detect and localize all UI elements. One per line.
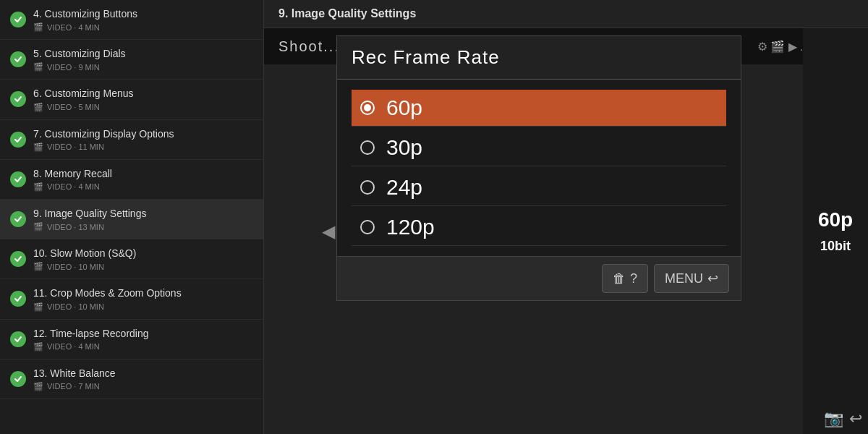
lesson-item-7[interactable]: 7. Customizing Display Options🎬VIDEO · 1… — [0, 120, 263, 160]
lesson-title-12: 12. Time-lapse Recording — [33, 327, 253, 340]
lesson-text-10: 10. Slow Motion (S&Q)🎬VIDEO · 10 MIN — [33, 247, 253, 271]
dialog-option-120p[interactable]: 120p — [352, 209, 726, 246]
lesson-meta-6: 🎬VIDEO · 5 MIN — [33, 103, 253, 112]
radio-btn-60p — [360, 101, 375, 115]
lesson-duration-7: VIDEO · 11 MIN — [47, 142, 104, 151]
lesson-text-13: 13. White Balance🎬VIDEO · 7 MIN — [33, 367, 253, 391]
trash-help-button[interactable]: 🗑 ? — [602, 264, 648, 293]
video-icon-11: 🎬 — [33, 302, 43, 312]
lesson-duration-8: VIDEO · 4 MIN — [47, 182, 100, 191]
check-circle-8 — [10, 171, 26, 187]
dialog-option-60p[interactable]: 60p — [352, 90, 726, 127]
shoot-text: Shoot... — [278, 38, 340, 55]
trash-icon: 🗑 — [613, 271, 626, 286]
lesson-item-13[interactable]: 13. White Balance🎬VIDEO · 7 MIN — [0, 359, 263, 399]
check-circle-11 — [10, 291, 26, 307]
option-label-120p: 120p — [386, 215, 435, 239]
lesson-meta-4: 🎬VIDEO · 4 MIN — [33, 22, 253, 32]
video-icon-13: 🎬 — [33, 382, 43, 391]
lesson-text-5: 5. Customizing Dials🎬VIDEO · 9 MIN — [33, 47, 253, 72]
camera-right-panel: 60p 10bit — [803, 28, 868, 434]
check-circle-12 — [10, 331, 26, 347]
dialog-bottom-bar: 🗑 ? MENU ↩ — [337, 256, 741, 300]
lesson-duration-13: VIDEO · 7 MIN — [47, 382, 100, 391]
video-icon-4: 🎬 — [33, 22, 43, 32]
lesson-text-7: 7. Customizing Display Options🎬VIDEO · 1… — [33, 127, 253, 152]
lesson-title-10: 10. Slow Motion (S&Q) — [33, 247, 253, 260]
dialog-option-30p[interactable]: 30p — [352, 129, 726, 166]
lesson-duration-10: VIDEO · 10 MIN — [47, 263, 104, 271]
video-icon-7: 🎬 — [33, 142, 43, 152]
lesson-item-6[interactable]: 6. Customizing Menus🎬VIDEO · 5 MIN — [0, 80, 263, 119]
video-icon-5: 🎬 — [33, 62, 43, 72]
option-label-30p: 30p — [386, 135, 422, 160]
lesson-meta-5: 🎬VIDEO · 9 MIN — [33, 62, 253, 72]
video-icon-6: 🎬 — [33, 103, 43, 112]
lesson-item-9[interactable]: 9. Image Quality Settings🎬VIDEO · 13 MIN — [0, 200, 263, 239]
lesson-text-6: 6. Customizing Menus🎬VIDEO · 5 MIN — [33, 87, 253, 111]
fps-display: 60p — [818, 208, 853, 231]
option-label-60p: 60p — [386, 95, 422, 120]
check-circle-4 — [10, 12, 26, 27]
lesson-meta-10: 🎬VIDEO · 10 MIN — [33, 262, 253, 271]
option-label-24p: 24p — [386, 175, 422, 200]
rec-frame-rate-dialog: Rec Frame Rate 60p30p24p120p 🗑 ? MENU ↩ — [336, 35, 741, 301]
lesson-title-9: 9. Image Quality Settings — [33, 207, 253, 220]
video-icon-9: 🎬 — [33, 222, 43, 231]
lesson-title-6: 6. Customizing Menus — [33, 87, 253, 100]
lesson-item-8[interactable]: 8. Memory Recall🎬VIDEO · 4 MIN — [0, 160, 263, 200]
lesson-text-12: 12. Time-lapse Recording🎬VIDEO · 4 MIN — [33, 327, 253, 352]
bitdepth-display: 10bit — [820, 239, 851, 254]
camera-bottom-icons: 📷 ↩ — [818, 404, 868, 434]
lesson-duration-6: VIDEO · 5 MIN — [47, 103, 100, 111]
lesson-duration-5: VIDEO · 9 MIN — [47, 63, 100, 72]
dialog-options: 60p30p24p120p — [337, 80, 741, 256]
lesson-item-12[interactable]: 12. Time-lapse Recording🎬VIDEO · 4 MIN — [0, 320, 263, 359]
video-icon-8: 🎬 — [33, 182, 43, 192]
lesson-item-10[interactable]: 10. Slow Motion (S&Q)🎬VIDEO · 10 MIN — [0, 239, 263, 279]
radio-btn-24p — [360, 180, 375, 195]
lesson-text-11: 11. Crop Modes & Zoom Options🎬VIDEO · 10… — [33, 286, 253, 311]
camera-icon-1: 📷 — [824, 409, 843, 428]
lesson-item-4[interactable]: 4. Customizing Buttons🎬VIDEO · 4 MIN — [0, 0, 263, 40]
dialog-title: Rec Frame Rate — [352, 46, 500, 68]
dialog-option-24p[interactable]: 24p — [352, 169, 726, 206]
lesson-meta-12: 🎬VIDEO · 4 MIN — [33, 342, 253, 352]
video-icon-12: 🎬 — [33, 342, 43, 352]
lesson-title-7: 7. Customizing Display Options — [33, 127, 253, 140]
back-icon: ↩ — [707, 271, 718, 286]
lesson-meta-8: 🎬VIDEO · 4 MIN — [33, 182, 253, 192]
lesson-item-5[interactable]: 5. Customizing Dials🎬VIDEO · 9 MIN — [0, 40, 263, 80]
lesson-duration-4: VIDEO · 4 MIN — [47, 23, 100, 32]
lesson-text-8: 8. Memory Recall🎬VIDEO · 4 MIN — [33, 167, 253, 192]
check-circle-6 — [10, 91, 26, 107]
lesson-meta-9: 🎬VIDEO · 13 MIN — [33, 222, 253, 231]
camera-icon-2: ↩ — [849, 409, 862, 428]
check-circle-9 — [10, 211, 26, 227]
lesson-duration-12: VIDEO · 4 MIN — [47, 342, 100, 351]
video-area: Shoot... ⚙ 🎬 ▶ ... 1/1 60p 10bit ◀ Rec F… — [264, 28, 868, 434]
arrow-left-button[interactable]: ◀ — [322, 221, 335, 242]
lesson-item-11[interactable]: 11. Crop Modes & Zoom Options🎬VIDEO · 10… — [0, 279, 263, 319]
content-title: 9. Image Quality Settings — [278, 7, 416, 20]
check-circle-5 — [10, 51, 26, 67]
lesson-text-9: 9. Image Quality Settings🎬VIDEO · 13 MIN — [33, 207, 253, 231]
lesson-title-8: 8. Memory Recall — [33, 167, 253, 180]
content-header: 9. Image Quality Settings — [264, 0, 868, 28]
lesson-title-13: 13. White Balance — [33, 367, 253, 380]
radio-btn-30p — [360, 140, 375, 155]
video-icon-10: 🎬 — [33, 262, 43, 271]
menu-back-button[interactable]: MENU ↩ — [654, 264, 729, 293]
lesson-title-4: 4. Customizing Buttons — [33, 7, 253, 20]
sidebar: 4. Customizing Buttons🎬VIDEO · 4 MIN5. C… — [0, 0, 264, 434]
lesson-meta-13: 🎬VIDEO · 7 MIN — [33, 382, 253, 391]
lesson-text-4: 4. Customizing Buttons🎬VIDEO · 4 MIN — [33, 7, 253, 32]
lesson-title-5: 5. Customizing Dials — [33, 47, 253, 60]
menu-label: MENU — [665, 271, 703, 286]
check-circle-10 — [10, 251, 26, 267]
lesson-duration-11: VIDEO · 10 MIN — [47, 302, 104, 311]
question-icon: ? — [630, 271, 637, 286]
lesson-meta-7: 🎬VIDEO · 11 MIN — [33, 142, 253, 152]
check-circle-13 — [10, 371, 26, 387]
dialog-header: Rec Frame Rate — [337, 36, 741, 80]
